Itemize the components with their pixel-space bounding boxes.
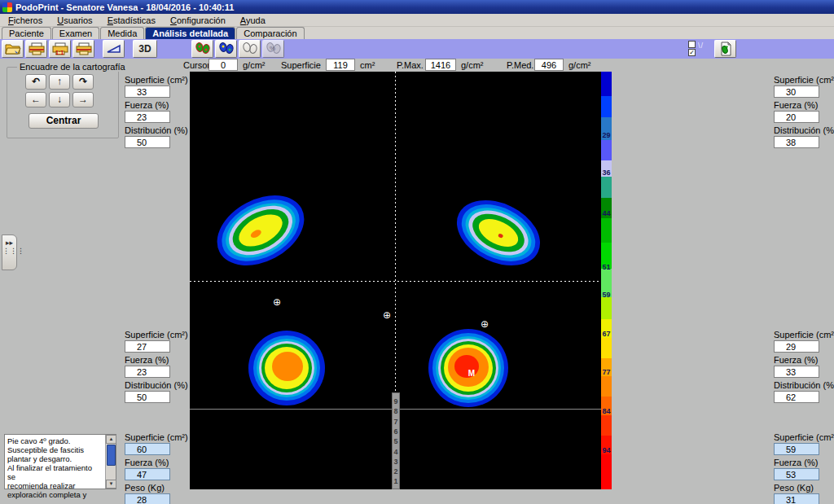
- left_mid-field-0-value[interactable]: [125, 340, 170, 353]
- ruler-number-3: 3: [393, 458, 399, 466]
- feet-percent-button[interactable]: %: [262, 40, 284, 58]
- comment-scrollbar[interactable]: ▲ ▼: [105, 435, 116, 489]
- crosshair-marker[interactable]: ⊕: [273, 297, 281, 307]
- centrar-button[interactable]: Centrar: [29, 113, 99, 129]
- left_bottom-field-1-label: Fuerza (%): [125, 458, 182, 468]
- right_mid-field-0-label: Superficie (cm²): [774, 330, 831, 340]
- colorbar-label-8: 94: [601, 446, 612, 454]
- encuadre-down-button[interactable]: ↓: [49, 92, 70, 107]
- right_mid-field-2-value[interactable]: [774, 391, 819, 403]
- right_top-field-1-value[interactable]: [774, 111, 819, 123]
- checkbox-unchecked[interactable]: [688, 41, 696, 48]
- toolbar: 1:1 3D: [0, 39, 834, 59]
- feet-outline-icon: [242, 42, 258, 55]
- heel-left-blob: [248, 331, 325, 405]
- pmax-label: P.Max.: [397, 60, 424, 70]
- right_bottom-field-2-label: Peso (Kg): [774, 483, 831, 493]
- right_mid-field-2-label: Distribución (%): [774, 380, 831, 391]
- pressure-map[interactable]: 987654321 ⊕ ⊕ ⊕ M: [190, 72, 601, 489]
- print-one-to-one-button[interactable]: 1:1: [49, 40, 71, 58]
- threeD-button[interactable]: 3D: [133, 40, 157, 58]
- encuadre-rotate-right-button[interactable]: ↷: [72, 74, 94, 90]
- feet-outline-button[interactable]: [239, 40, 261, 58]
- open-folder-button[interactable]: [2, 40, 24, 58]
- left_top-field-1-value[interactable]: [125, 111, 170, 123]
- vertical-ruler: 987654321: [392, 392, 400, 489]
- right_bottom-field-0-value[interactable]: [774, 443, 819, 455]
- tab-4[interactable]: Comparación: [236, 27, 304, 39]
- menu-item-0[interactable]: Ficheros: [8, 15, 42, 25]
- scrollbar-thumb[interactable]: [107, 445, 116, 466]
- right_bottom-field-1-value[interactable]: [774, 468, 819, 480]
- menu-item-2[interactable]: Estadísticas: [108, 15, 156, 25]
- encuadre-right-button[interactable]: →: [72, 92, 94, 107]
- left_bottom-field-1-value[interactable]: [125, 468, 170, 480]
- scroll-up-icon[interactable]: ▲: [106, 435, 116, 444]
- menu-item-1[interactable]: Usuarios: [57, 15, 92, 25]
- measure-angle-button[interactable]: [103, 40, 125, 58]
- colorbar-label-5: 67: [601, 330, 612, 338]
- left_top-field-0-value[interactable]: [125, 85, 170, 98]
- panel-left-top: Superficie (cm²)Fuerza (%)Distribución (…: [125, 75, 182, 151]
- tab-2[interactable]: Medida: [100, 27, 144, 39]
- tab-1[interactable]: Examen: [52, 27, 99, 39]
- panel-slide-handle[interactable]: ▸▸ ⋮⋮⋮: [2, 234, 17, 270]
- checkbox-marks: \/: [698, 42, 704, 50]
- cursor-value: 0: [208, 59, 238, 71]
- print-icon: [29, 42, 45, 55]
- encuadre-group: Encuadre de la cartografía ↶↑↷←↓→ Centra…: [7, 67, 119, 138]
- superficie-unit: cm²: [360, 60, 375, 70]
- right_mid-field-0-value[interactable]: [774, 340, 819, 353]
- pmax-value: 1416: [425, 59, 456, 71]
- forefoot-right-blob: [446, 187, 551, 278]
- right_bottom-field-2-value[interactable]: [774, 493, 819, 504]
- pmed-label: P.Med.: [507, 60, 533, 70]
- pressure-colorbar: 293644515967778494: [601, 72, 612, 489]
- pmax-unit: g/cm²: [461, 60, 484, 70]
- window-title: PodoPrint - Senatore Vanesa - 18/04/2016…: [15, 2, 234, 12]
- menu-item-3[interactable]: Configuración: [170, 15, 226, 25]
- title-bar: PodoPrint - Senatore Vanesa - 18/04/2016…: [0, 0, 834, 14]
- print-alt-button[interactable]: [72, 40, 94, 58]
- encuadre-rotate-left-button[interactable]: ↶: [25, 74, 46, 90]
- ruler-number-8: 8: [393, 407, 399, 415]
- left_mid-field-1-value[interactable]: [125, 366, 170, 378]
- feet-pressure-multi-button[interactable]: [215, 40, 237, 58]
- checkbox-checked[interactable]: ✓: [688, 49, 696, 56]
- right_mid-field-1-value[interactable]: [774, 366, 819, 378]
- crosshair-marker[interactable]: ⊕: [383, 310, 391, 320]
- scroll-down-icon[interactable]: ▼: [106, 480, 116, 489]
- colorbar-label-7: 84: [601, 407, 612, 415]
- pmed-unit: g/cm²: [568, 60, 591, 70]
- open-folder-icon: [5, 42, 21, 55]
- tab-3[interactable]: Análisis detallada: [145, 27, 235, 39]
- right_top-field-2-value[interactable]: [774, 136, 819, 148]
- feet-pressure-color-button[interactable]: [191, 40, 213, 58]
- tab-bar: PacienteExamenMedidaAnálisis detalladaCo…: [0, 27, 834, 39]
- tab-0[interactable]: Paciente: [2, 27, 51, 39]
- display-options-checkboxes[interactable]: ✓ \/: [688, 41, 709, 57]
- export-report-foot-icon: [718, 42, 733, 56]
- colorbar-label-6: 77: [601, 368, 612, 376]
- encuadre-up-button[interactable]: ↑: [49, 74, 70, 90]
- left_top-field-2-value[interactable]: [125, 136, 170, 148]
- export-report-button[interactable]: [714, 40, 736, 58]
- left_bottom-field-0-value[interactable]: [125, 443, 170, 455]
- panel-right-top: Superficie (cm²)Fuerza (%)Distribución (…: [774, 75, 831, 151]
- left_bottom-field-2-value[interactable]: [125, 493, 170, 504]
- diagnosis-comment-box[interactable]: Pie cavo 4º grado. Susceptible de fascit…: [4, 434, 116, 489]
- right_bottom-field-0-label: Superficie (cm²): [774, 432, 831, 443]
- right_top-field-0-value[interactable]: [774, 85, 819, 98]
- right_mid-field-1-label: Fuerza (%): [774, 355, 831, 366]
- print-button[interactable]: [25, 40, 47, 58]
- encuadre-left-button[interactable]: ←: [25, 92, 46, 107]
- colorbar-label-3: 51: [601, 263, 612, 271]
- left_mid-field-2-value[interactable]: [125, 391, 170, 403]
- left_mid-field-0-label: Superficie (cm²): [125, 330, 182, 340]
- forefoot-left-blob: [205, 182, 316, 280]
- left_bottom-field-0-label: Superficie (cm²): [125, 432, 182, 443]
- crosshair-marker[interactable]: ⊕: [481, 319, 489, 329]
- right_top-field-0-label: Superficie (cm²): [774, 75, 831, 85]
- colorbar-label-1: 36: [601, 169, 612, 177]
- menu-item-4[interactable]: Ayuda: [240, 15, 266, 25]
